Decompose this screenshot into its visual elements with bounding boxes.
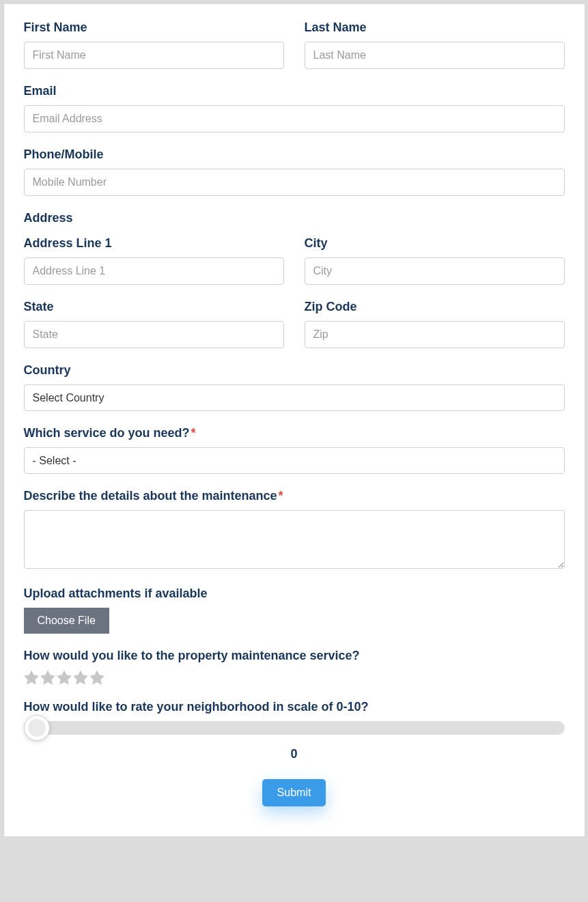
service-label: Which service do you need?* <box>24 426 565 440</box>
star-rating[interactable] <box>24 670 565 685</box>
city-input[interactable] <box>305 257 565 285</box>
first-name-input[interactable] <box>24 42 284 69</box>
form-page: First Name Last Name Email Phone/Mobile … <box>3 4 585 837</box>
email-label: Email <box>24 84 565 98</box>
zip-label: Zip Code <box>305 300 565 314</box>
phone-input[interactable] <box>24 169 565 196</box>
slider-track <box>24 721 565 735</box>
upload-label: Upload attachments if available <box>24 587 565 601</box>
slider-value: 0 <box>24 747 565 761</box>
slider-label: How would like to rate your neighborhood… <box>24 700 565 714</box>
star-icon[interactable] <box>89 670 104 685</box>
last-name-input[interactable] <box>305 42 565 69</box>
neighborhood-slider[interactable] <box>24 721 565 735</box>
service-select[interactable]: - Select - <box>24 447 565 474</box>
phone-label: Phone/Mobile <box>24 147 565 162</box>
rating-label: How would you like to the property maint… <box>24 649 565 663</box>
state-input[interactable] <box>24 321 284 348</box>
details-textarea[interactable] <box>24 510 565 569</box>
details-label: Describe the details about the maintenan… <box>24 489 565 503</box>
service-label-text: Which service do you need? <box>24 426 190 440</box>
last-name-label: Last Name <box>305 20 565 35</box>
city-label: City <box>305 236 565 251</box>
country-select[interactable]: Select Country <box>24 384 565 411</box>
choose-file-button[interactable]: Choose File <box>24 608 109 634</box>
details-label-text: Describe the details about the maintenan… <box>24 489 277 503</box>
zip-input[interactable] <box>305 321 565 348</box>
first-name-label: First Name <box>24 20 284 35</box>
address-section-label: Address <box>24 211 565 225</box>
star-icon[interactable] <box>73 670 88 685</box>
state-label: State <box>24 300 284 314</box>
email-input[interactable] <box>24 105 565 132</box>
star-icon[interactable] <box>40 670 55 685</box>
country-label: Country <box>24 363 565 378</box>
address-line1-input[interactable] <box>24 257 284 285</box>
star-icon[interactable] <box>24 670 39 685</box>
slider-thumb[interactable] <box>24 715 50 741</box>
required-mark: * <box>191 426 196 440</box>
required-mark: * <box>279 489 283 503</box>
star-icon[interactable] <box>57 670 72 685</box>
address-line1-label: Address Line 1 <box>24 236 284 251</box>
submit-button[interactable]: Submit <box>262 779 326 806</box>
